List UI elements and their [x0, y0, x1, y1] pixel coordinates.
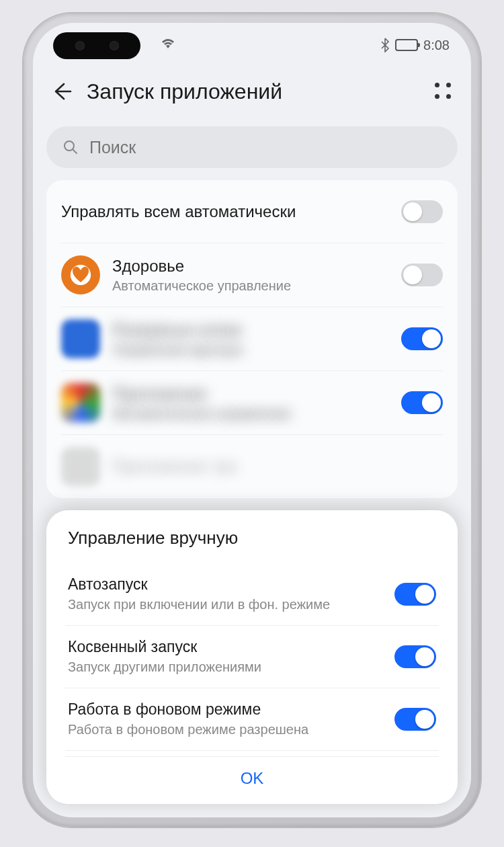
header: Запуск приложений [33, 67, 471, 116]
app-icon [61, 447, 100, 486]
sheet-row-sub: Запуск при включении или в фон. режиме [68, 596, 382, 613]
indirect-launch-toggle[interactable] [394, 645, 436, 668]
sheet-row-title: Работа в фоновом режиме [68, 700, 382, 719]
app-row-health: Здоровье Автоматическое управление [61, 243, 443, 307]
sheet-row-background: Работа в фоновом режиме Работа в фоновом… [65, 688, 439, 751]
menu-button[interactable] [433, 81, 454, 102]
app-name: Приложение три [112, 457, 443, 476]
app-list-panel: Управлять всем автоматически Здоровье Ав… [46, 180, 458, 498]
wifi-icon [161, 38, 175, 50]
sheet-row-title: Автозапуск [68, 575, 382, 594]
sheet-title: Управление вручную [65, 528, 439, 549]
search-wrap [33, 116, 471, 180]
back-button[interactable] [50, 80, 73, 103]
app-row-partial: Приложение три [61, 435, 443, 498]
status-time: 8:08 [423, 38, 450, 53]
sheet-row-sub: Работа в фоновом режиме разрешена [68, 721, 382, 738]
search-field[interactable] [46, 126, 458, 168]
app-row: Резервные копии Управление вручную [61, 307, 443, 371]
page-title: Запуск приложений [87, 79, 420, 104]
sheet-row-indirect: Косвенный запуск Запуск другими приложен… [65, 626, 439, 688]
app-icon [61, 383, 100, 422]
app-toggle-health[interactable] [401, 264, 443, 286]
background-toggle[interactable] [394, 708, 436, 731]
app-name: Приложение [112, 385, 389, 403]
manage-all-label: Управлять всем автоматически [61, 202, 389, 221]
app-sub: Автоматическое управление [112, 406, 389, 421]
svg-line-1 [73, 149, 77, 153]
sheet-row-autostart: Автозапуск Запуск при включении или в фо… [65, 563, 439, 626]
manage-all-row: Управлять всем автоматически [61, 180, 443, 243]
sheet-row-sub: Запуск другими приложениями [68, 658, 382, 676]
app-sub: Автоматическое управление [112, 278, 389, 294]
app-toggle[interactable] [401, 391, 443, 414]
search-input[interactable] [89, 138, 442, 157]
app-toggle[interactable] [401, 327, 443, 350]
autostart-toggle[interactable] [394, 583, 436, 606]
manage-all-toggle[interactable] [401, 200, 443, 223]
search-icon [62, 139, 79, 155]
app-icon [61, 319, 100, 358]
manual-manage-sheet: Управление вручную Автозапуск Запуск при… [46, 510, 458, 804]
phone-frame: 8:08 Запуск приложений Упр [24, 13, 480, 827]
ok-button[interactable]: OK [65, 756, 439, 792]
app-name: Здоровье [112, 257, 389, 276]
app-sub: Управление вручную [112, 342, 389, 358]
app-name: Резервные копии [112, 321, 389, 339]
bluetooth-icon [380, 38, 390, 52]
screen: 8:08 Запуск приложений Упр [33, 23, 471, 817]
battery-icon [395, 39, 418, 51]
notch [53, 32, 140, 59]
health-icon [61, 255, 100, 294]
sheet-row-title: Косвенный запуск [68, 638, 382, 656]
app-row: Приложение Автоматическое управление [61, 371, 443, 435]
